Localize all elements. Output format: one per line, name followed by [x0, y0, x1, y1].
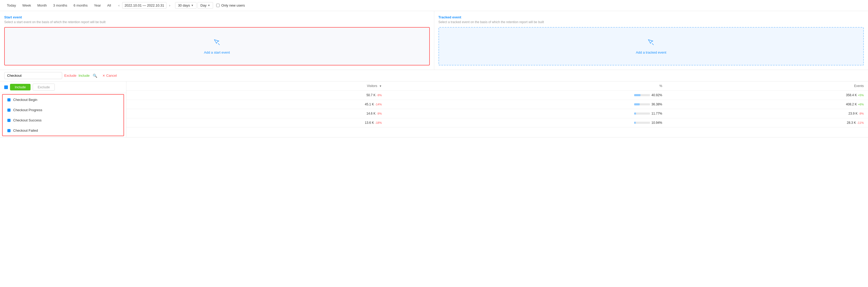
visitors-value: 14.6 K [366, 112, 375, 115]
period-dropdown-arrow: ▼ [191, 4, 193, 7]
table-cell-events: 358.4 K+5% [666, 91, 868, 100]
granularity-dropdown[interactable]: Day ▼ [197, 2, 213, 9]
table-cell-pct: 36.38% [386, 100, 666, 109]
events-value: 408.2 K [846, 103, 857, 106]
table-cell-events: 23.9 K-9% [666, 109, 868, 118]
pct-bar-fill [634, 112, 636, 115]
col-visitors[interactable]: Visitors ▼ [191, 81, 386, 91]
events-delta: -9% [859, 112, 864, 115]
event-panels: Start event Select a start event on the … [0, 11, 868, 70]
add-tracked-event-label: Add a tracked event [636, 50, 666, 55]
table-row-empty [126, 118, 191, 128]
table-row-empty [126, 91, 191, 100]
table-cell-events: 408.2 K+6% [666, 100, 868, 109]
include-link[interactable]: Include [79, 74, 90, 77]
btn-year[interactable]: Year [91, 2, 103, 8]
date-nav: ‹ 2022.10.01 — 2022.10.31 › [117, 2, 172, 9]
event-dot-checkout-progress [7, 109, 10, 112]
date-end: 2022.10.31 [147, 3, 164, 7]
top-bar: Today Week Month 3 months 6 months Year … [0, 0, 868, 11]
pct-value: 40.92% [652, 93, 662, 97]
add-start-event-label: Add a start event [204, 50, 230, 55]
event-name-checkout-success: Checkout Success [13, 118, 41, 122]
visitors-delta: -9% [377, 94, 382, 97]
events-value: 23.9 K [848, 112, 858, 115]
table-cell-visitors: 14.6 K-9% [191, 109, 386, 118]
pct-bar-container [634, 94, 650, 96]
events-value: 28.3 K [847, 121, 856, 124]
visitors-delta: -14% [375, 103, 382, 106]
add-tracked-event-box[interactable]: Add a tracked event [438, 27, 864, 66]
event-dot-checkout-begin [7, 98, 10, 102]
date-prev-btn[interactable]: ‹ [117, 3, 121, 8]
period-dropdown[interactable]: 30 days ▼ [175, 2, 196, 9]
event-list-right: Visitors ▼ % Events 50.7 K-9% 40.92% 358… [126, 81, 868, 137]
btn-6months[interactable]: 6 months [71, 2, 90, 8]
pct-bar-fill [634, 103, 640, 105]
select-all-checkbox[interactable] [4, 85, 8, 89]
table-cell-pct: 10.94% [386, 118, 666, 128]
btn-3months[interactable]: 3 months [51, 2, 70, 8]
tracked-event-subtitle: Select a tracked event on the basis of w… [438, 20, 864, 24]
pct-value: 11.77% [652, 112, 662, 115]
pct-bar-container [634, 122, 650, 124]
event-list-left: Include Exclude Checkout Begin Checkout … [0, 81, 126, 137]
add-start-event-box[interactable]: Add a start event [4, 27, 430, 66]
toggle-bar: Include Exclude [0, 81, 126, 93]
pct-value: 36.38% [652, 103, 662, 106]
add-start-event-icon [213, 38, 221, 48]
pct-bar-container [634, 112, 650, 115]
granularity-label: Day [200, 3, 207, 7]
table-row: 14.6 K-9% 11.77% 23.9 K-9% [126, 109, 868, 118]
only-new-users-label[interactable]: Only new users [216, 3, 245, 7]
granularity-dropdown-arrow: ▼ [208, 4, 210, 7]
tracked-event-title: Tracked event [438, 15, 864, 19]
svg-line-0 [218, 43, 220, 45]
event-name-checkout-begin: Checkout Begin [13, 98, 37, 102]
event-list-section: Include Exclude Checkout Begin Checkout … [0, 81, 868, 138]
date-start: 2022.10.01 [125, 3, 142, 7]
svg-line-1 [652, 43, 654, 45]
table-row: 13.6 K-18% 10.94% 28.3 K-11% [126, 118, 868, 128]
table-row-empty [126, 100, 191, 109]
col-visitors-label: Visitors [367, 84, 377, 88]
event-name-checkout-failed: Checkout Failed [13, 129, 38, 133]
date-range-display: 2022.10.01 — 2022.10.31 [122, 2, 166, 9]
cancel-x-icon: ✕ [102, 74, 105, 77]
only-new-users-checkbox[interactable] [216, 4, 220, 7]
date-next-btn[interactable]: › [167, 3, 172, 8]
cancel-label: Cancel [106, 74, 117, 77]
col-pct: % [386, 81, 666, 91]
toggle-exclude-btn[interactable]: Exclude [33, 83, 55, 91]
col-events-label: Events [854, 84, 864, 88]
visitors-value: 50.7 K [366, 93, 375, 97]
table-row-empty [126, 109, 191, 118]
pct-value: 10.94% [652, 121, 662, 124]
btn-month[interactable]: Month [35, 2, 50, 8]
event-item-checkout-success[interactable]: Checkout Success [3, 115, 124, 125]
table-cell-events: 28.3 K-11% [666, 118, 868, 128]
event-selection-box: Checkout Begin Checkout Progress Checkou… [2, 94, 124, 136]
search-icon-btn[interactable]: 🔍 [92, 73, 98, 79]
pct-bar-fill [634, 122, 636, 124]
btn-today[interactable]: Today [4, 2, 19, 8]
toggle-include-btn[interactable]: Include [10, 84, 31, 91]
event-item-checkout-begin[interactable]: Checkout Begin [3, 95, 124, 105]
cancel-button[interactable]: ✕ Cancel [100, 73, 119, 79]
events-delta: +6% [858, 103, 864, 106]
sort-arrow-visitors: ▼ [379, 85, 382, 87]
pct-bar-fill [634, 94, 641, 96]
event-dot-checkout-success [7, 119, 10, 122]
event-item-checkout-progress[interactable]: Checkout Progress [3, 105, 124, 115]
visitors-value: 45.1 K [365, 103, 374, 106]
visitors-value: 13.6 K [365, 121, 374, 124]
events-delta: +5% [858, 94, 864, 97]
add-tracked-event-icon [647, 38, 655, 48]
btn-all[interactable]: All [104, 2, 114, 8]
event-item-checkout-failed[interactable]: Checkout Failed [3, 125, 124, 136]
search-input[interactable] [4, 72, 62, 79]
start-event-subtitle: Select a start event on the basis of whi… [4, 20, 430, 24]
exclude-link[interactable]: Exclude [64, 74, 76, 77]
btn-week[interactable]: Week [20, 2, 34, 8]
visitors-delta: -18% [375, 121, 382, 124]
